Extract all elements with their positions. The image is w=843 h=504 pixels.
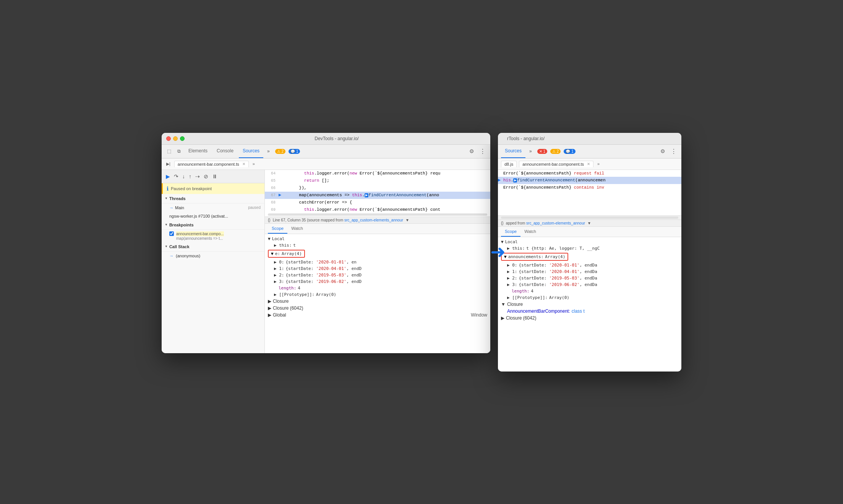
close-button[interactable] (166, 136, 171, 141)
scope-prototype[interactable]: ▶ [[Prototype]]: Array(0) (265, 291, 490, 298)
scope-this[interactable]: ▶ this: t (265, 242, 490, 249)
thread-main[interactable]: →Main paused (162, 204, 264, 212)
status-bar-right: {} apped from src_app_custom-elements_an… (498, 220, 681, 226)
callstack-arrow: → (169, 254, 173, 258)
resume-btn[interactable]: ▶ (165, 172, 171, 181)
title-bar-right: rTools - angular.io/ (498, 133, 681, 145)
threads-section-header[interactable]: ▼ Threads (162, 194, 264, 204)
file-tab-right-name: announcement-bar.component.ts (522, 162, 584, 166)
format-icon[interactable]: {} (268, 218, 271, 222)
code-scrollbar-right[interactable] (501, 216, 678, 219)
tab-sources-right[interactable]: Sources (501, 144, 525, 158)
scope-tab-watch-right[interactable]: Watch (520, 227, 540, 237)
tab-bar-left: ⬚ ⧉ Elements Console Sources » ⚠ 2 💬 1 ⚙… (162, 145, 490, 158)
code-line-68: 68 catchError(error => { (265, 199, 490, 206)
status-dropdown-right[interactable]: ▼ (587, 221, 591, 225)
scope-closure2-right[interactable]: ▶ Closure (6042) (498, 315, 681, 321)
source-map-link[interactable]: src_app_custom-elements_annour (344, 218, 403, 222)
bp-triangle: ▼ (165, 223, 168, 226)
tab-elements[interactable]: Elements (185, 144, 211, 158)
debug-controls: ▶ ↷ ↓ ↑ ⇢ ⊘ ⏸ (162, 170, 264, 183)
scope-announcements-box: ▼ announcements: Array(4) (501, 253, 678, 261)
step-into-btn[interactable]: ↓ (181, 172, 186, 181)
tab-console[interactable]: Console (213, 144, 237, 158)
scope-e-1[interactable]: ▶ 1: {startDate: '2020-04-01', endD (265, 265, 490, 272)
scope-ann-0[interactable]: ▶ 0: {startDate: '2020-01-01', endDa (498, 262, 681, 268)
settings-icon-right[interactable]: ⚙ (658, 147, 668, 156)
scope-e-0[interactable]: ▶ 0: {startDate: '2020-01-01', en (265, 259, 490, 265)
warning-badge: ⚠ 2 (275, 149, 285, 154)
scope-tab-scope-right[interactable]: Scope (501, 227, 520, 237)
warning-badge-right: ⚠ 2 (550, 149, 561, 154)
step-over-btn[interactable]: ↷ (173, 172, 180, 181)
bp-code: map(announcements => t... (176, 236, 224, 241)
scope-closure2-header[interactable]: ▶ Closure (6042) (265, 305, 490, 312)
right-code-line-0: Error(`${announcementsPath} request fail (498, 170, 681, 177)
code-panel-left: 64 this.logger.error(new Error(`${announ… (265, 170, 490, 353)
source-map-link-right[interactable]: src_app_custom-elements_annour (526, 221, 585, 225)
scope-local-header[interactable]: ▼ Local (265, 236, 490, 242)
settings-icon[interactable]: ⚙ (467, 147, 477, 156)
scope-closure-right[interactable]: ▼ Closure (498, 301, 681, 308)
file-tab-right-close[interactable]: ✕ (587, 162, 590, 166)
scope-abc-component[interactable]: AnnouncementBarComponent: class t (498, 308, 681, 315)
e-array-triangle[interactable]: ▼ (271, 251, 274, 256)
scope-tab-scope[interactable]: Scope (268, 224, 287, 234)
maximize-button[interactable] (180, 136, 185, 141)
device-icon[interactable]: ⧉ (175, 147, 183, 155)
scope-this-right[interactable]: ▶ this: t {http: Ae, logger: T, __ngC (498, 245, 681, 252)
devtools-left-window: DevTools - angular.io/ ⬚ ⧉ Elements Cons… (162, 133, 490, 353)
cs-triangle: ▼ (165, 245, 168, 248)
scope-panel-left: Scope Watch ▼ Local ▶ this: t (265, 223, 490, 353)
pause-on-exceptions-btn[interactable]: ⏸ (211, 172, 219, 181)
tab-bar-right: Sources » ✕ 1 ⚠ 2 💬 1 ⚙ ⋮ (498, 145, 681, 158)
scope-length: length: 4 (265, 285, 490, 291)
toggle-sidebar-btn[interactable]: ▶| (165, 161, 172, 167)
tab-sources[interactable]: Sources (239, 144, 263, 158)
file-tab-name: announcement-bar.component.ts (178, 162, 239, 166)
scope-tabs-left: Scope Watch (265, 224, 490, 234)
file-tab-right-main: announcement-bar.component.ts ✕ (519, 161, 593, 167)
scope-global-header[interactable]: ▶ Global Window (265, 312, 490, 318)
paused-banner: ℹ Paused on breakpoint (162, 183, 264, 194)
scope-closure-header[interactable]: ▶ Closure (265, 298, 490, 305)
status-text-right: apped from src_app_custom-elements_annou… (506, 221, 585, 225)
scope-ann-3[interactable]: ▶ 3: {startDate: '2019-06-02', endDa (498, 281, 681, 288)
format-icon-right[interactable]: {} (501, 221, 504, 225)
inspector-icon[interactable]: ⬚ (165, 147, 173, 155)
more-files-btn[interactable]: » (251, 161, 256, 167)
minimize-button[interactable] (173, 136, 178, 141)
right-code-line-2: Error(`${announcementsPath} contains inv (498, 184, 681, 191)
more-files-right[interactable]: » (596, 161, 601, 167)
status-dropdown[interactable]: ▼ (405, 218, 409, 222)
local-triangle: ▼ (268, 236, 271, 241)
breakpoints-section-header[interactable]: ▼ Breakpoints (162, 220, 264, 230)
bp-checkbox: announcement-bar.compo... map(announceme… (169, 231, 261, 241)
deactivate-breakpoints-btn[interactable]: ⊘ (203, 172, 209, 181)
scope-prototype-right[interactable]: ▶ [[Prototype]]: Array(0) (498, 294, 681, 301)
file-tab-d8: d8.js (501, 161, 517, 167)
more-tabs-right[interactable]: » (527, 147, 534, 155)
debug-panel: ▶ ↷ ↓ ↑ ⇢ ⊘ ⏸ ℹ Paused on breakpoint ▼ T… (162, 170, 265, 353)
scope-ann-2[interactable]: ▶ 2: {startDate: '2019-05-03', endDa (498, 275, 681, 281)
file-tab-close[interactable]: ✕ (242, 162, 245, 166)
more-options-right[interactable]: ⋮ (669, 146, 678, 157)
scope-e-3[interactable]: ▶ 3: {startDate: '2019-06-02', endD (265, 278, 490, 285)
thread-ngsw[interactable]: ngsw-worker.js #7100 (activat... (162, 212, 264, 220)
scope-ann-1[interactable]: ▶ 1: {startDate: '2020-04-01', endDa (498, 268, 681, 275)
code-scrollbar[interactable] (268, 213, 487, 216)
step-into-async-btn[interactable]: ⇢ (194, 172, 201, 181)
callstack-item-0[interactable]: → (anonymous) (162, 252, 264, 260)
scope-tab-watch[interactable]: Watch (287, 224, 307, 234)
scope-length-right: length: 4 (498, 288, 681, 294)
scope-e-2[interactable]: ▶ 2: {startDate: '2019-05-03', endD (265, 272, 490, 278)
threads-triangle: ▼ (165, 197, 168, 200)
callstack-section-header[interactable]: ▼ Call Stack (162, 242, 264, 252)
more-tabs-btn[interactable]: » (265, 147, 272, 155)
scope-local-header-right[interactable]: ▼ Local (498, 239, 681, 245)
right-code-line-1: ▶ his.▶findCurrentAnnouncement(announcem… (498, 177, 681, 184)
step-out-btn[interactable]: ↑ (188, 172, 193, 181)
bp-cb-0[interactable] (169, 231, 174, 236)
more-options-btn[interactable]: ⋮ (478, 146, 487, 157)
breakpoint-item-0[interactable]: announcement-bar.compo... map(announceme… (162, 230, 264, 242)
